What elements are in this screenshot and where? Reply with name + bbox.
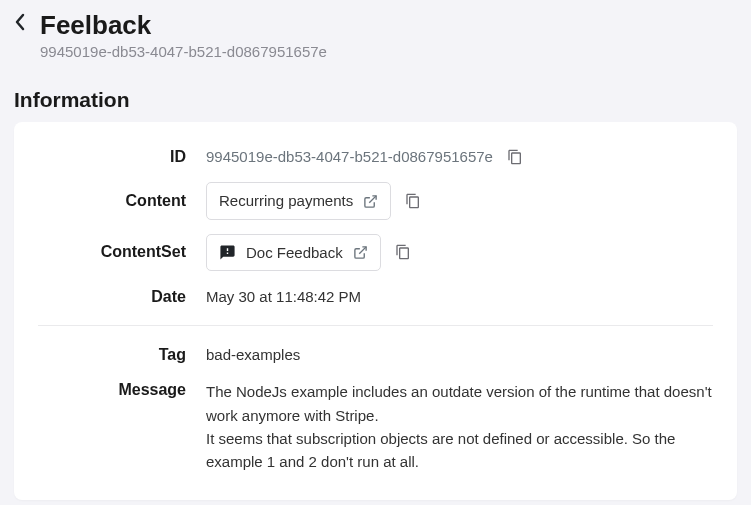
copy-id-button[interactable] [507, 149, 523, 165]
value-message: The NodeJs example includes an outdate v… [206, 380, 713, 473]
page-header: Feelback 9945019e-db53-4047-b521-d086795… [0, 0, 751, 64]
contentset-link-label: Doc Feedback [246, 241, 343, 264]
row-date: Date May 30 at 11:48:42 PM [38, 278, 713, 315]
value-id: 9945019e-db53-4047-b521-d0867951657e [206, 145, 493, 168]
information-card: ID 9945019e-db53-4047-b521-d0867951657e … [14, 122, 737, 500]
chevron-left-icon [14, 13, 26, 31]
label-message: Message [38, 380, 186, 399]
content-link-label: Recurring payments [219, 189, 353, 212]
section-title: Information [0, 64, 751, 122]
label-contentset: ContentSet [38, 243, 186, 261]
label-date: Date [38, 288, 186, 306]
copy-content-button[interactable] [405, 193, 421, 209]
contentset-link[interactable]: Doc Feedback [206, 234, 381, 271]
row-tag: Tag bad-examples [38, 336, 713, 373]
row-id: ID 9945019e-db53-4047-b521-d0867951657e [38, 138, 713, 175]
row-contentset: ContentSet Doc Feedback [38, 227, 713, 278]
value-date: May 30 at 11:48:42 PM [206, 285, 361, 308]
external-link-icon [363, 194, 378, 209]
page-title: Feelback [40, 10, 327, 41]
row-message: Message The NodeJs example includes an o… [38, 373, 713, 480]
label-id: ID [38, 148, 186, 166]
value-tag: bad-examples [206, 343, 300, 366]
external-link-icon [353, 245, 368, 260]
label-tag: Tag [38, 346, 186, 364]
row-content: Content Recurring payments [38, 175, 713, 226]
content-link[interactable]: Recurring payments [206, 182, 391, 219]
feedback-icon [219, 244, 236, 261]
label-content: Content [38, 192, 186, 210]
divider [38, 325, 713, 326]
back-button[interactable] [14, 10, 26, 31]
copy-contentset-button[interactable] [395, 244, 411, 260]
page-subtitle: 9945019e-db53-4047-b521-d0867951657e [40, 43, 327, 60]
